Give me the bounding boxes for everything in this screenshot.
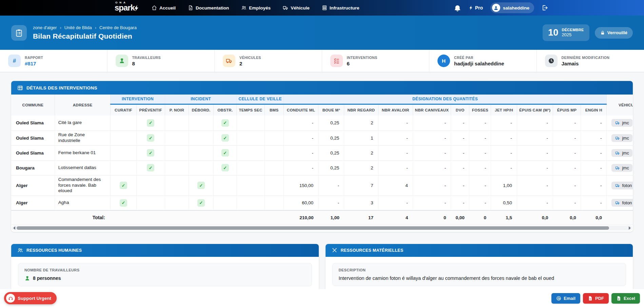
cell-commune: Alger xyxy=(11,196,55,210)
stat-iconbox xyxy=(545,55,558,67)
cell-qty: - xyxy=(378,160,413,175)
support-icon-circle xyxy=(6,294,15,303)
clock-icon xyxy=(548,58,554,64)
breadcrumb-zone[interactable]: zone d'alger xyxy=(33,25,57,30)
chevron-right-icon: › xyxy=(95,25,96,30)
cell-check xyxy=(265,130,284,145)
pro-badge[interactable]: Pro xyxy=(469,5,483,11)
cell-qty: - xyxy=(553,175,581,196)
stat-label: DERNIÈRE MODIFICATION xyxy=(562,56,610,60)
cell-qty: - xyxy=(581,160,607,175)
nav-item-accueil[interactable]: Accueil xyxy=(152,5,176,11)
summary-stats-row: # RAPPORT #817 TRAVAILLEURS 8 VÉHICULES … xyxy=(0,50,644,72)
excel-button[interactable]: Excel xyxy=(611,293,640,304)
col-header-curatif: CURATIF xyxy=(111,104,136,116)
report-date-badge[interactable]: 10 DÉCEMBRE 2025 xyxy=(543,24,589,41)
cell-qty: 7 xyxy=(344,175,378,196)
interventions-table: COMMUNEADRESSEINTERVENTIONINCIDENTCELLUL… xyxy=(11,95,633,225)
cell-check xyxy=(237,145,265,160)
interventions-card-header: DÉTAILS DES INTERVENTIONS xyxy=(11,81,633,95)
cell-qty: - xyxy=(469,160,491,175)
vehicle-badge[interactable]: jmc xyxy=(611,164,632,172)
cell-check xyxy=(165,145,189,160)
check-icon: ✓ xyxy=(147,149,154,157)
material-resources-title: RESSOURCES MATÉRIELLES xyxy=(341,248,404,253)
cell-check xyxy=(265,160,284,175)
server-icon xyxy=(322,5,327,11)
stat-value: #817 xyxy=(25,61,43,66)
check-icon: ✓ xyxy=(197,199,205,207)
scroll-right-arrow-icon[interactable] xyxy=(629,226,631,230)
report-iconbox xyxy=(11,25,27,41)
nav-item-label: Véhicule xyxy=(291,5,310,11)
support-urgent-button[interactable]: Support Urgent xyxy=(4,292,57,304)
brand-logo[interactable]: ona spark xyxy=(115,3,140,13)
cell-qty: 0,25 xyxy=(318,160,344,175)
cell-qty: - xyxy=(284,160,318,175)
total-empty xyxy=(237,210,265,225)
cell-qty: - xyxy=(581,130,607,145)
vehicle-badge[interactable]: jmc xyxy=(611,149,632,157)
cell-qty: - xyxy=(413,160,451,175)
vehicle-badge[interactable]: jmc xyxy=(611,119,632,127)
nav-item-documentation[interactable]: Documentation xyxy=(188,5,229,11)
locked-button[interactable]: Verrouillé xyxy=(595,27,633,39)
pdf-button[interactable]: PDF xyxy=(583,293,609,304)
email-button[interactable]: Email xyxy=(551,293,580,304)
creator-avatar: H xyxy=(437,55,450,67)
stat-interventions: INTERVENTIONS 6 xyxy=(322,50,430,72)
scroll-left-arrow-icon[interactable] xyxy=(13,226,15,230)
nav-item-vehicule[interactable]: Véhicule xyxy=(283,5,310,11)
user-menu[interactable]: salaheddine xyxy=(490,2,534,13)
material-resources-header: RESSOURCES MATÉRIELLES xyxy=(326,244,633,257)
breadcrumb-unite[interactable]: Unité de Blida xyxy=(64,25,92,30)
cell-adresse: Agha xyxy=(55,196,110,210)
total-value: 1,00 xyxy=(318,210,344,225)
breadcrumb: zone d'alger › Unité de Blida › Centre d… xyxy=(33,25,137,30)
brand-label: spark xyxy=(115,3,135,13)
cell-qty: 2 xyxy=(344,145,378,160)
cell-qty: - xyxy=(451,145,469,160)
horizontal-scrollbar[interactable] xyxy=(12,226,632,230)
cell-qty: - xyxy=(451,130,469,145)
nav-item-infrastructure[interactable]: Infrastructure xyxy=(322,5,359,11)
cell-qty: - xyxy=(469,145,491,160)
stat-travailleurs: TRAVAILLEURS 8 xyxy=(108,50,215,72)
cell-qty: 0,50 xyxy=(491,196,517,210)
at-icon xyxy=(556,296,561,301)
breadcrumb-centre[interactable]: Centre de Bougara xyxy=(99,25,137,30)
scrollbar-thumb[interactable] xyxy=(17,226,609,230)
cell-adresse: Lotissement dallas xyxy=(55,160,110,175)
vehicle-badge[interactable]: foton xyxy=(611,199,633,207)
logout-icon[interactable] xyxy=(542,4,548,11)
scrollbar-track[interactable] xyxy=(17,226,627,230)
nav-item-label: Accueil xyxy=(159,5,176,11)
check-icon: ✓ xyxy=(221,149,229,157)
chevron-right-icon: › xyxy=(60,25,61,30)
total-label: Total: xyxy=(11,210,111,225)
cell-check: ✓ xyxy=(214,145,237,160)
document-icon xyxy=(188,5,193,11)
home-icon xyxy=(152,5,157,11)
cell-qty: - xyxy=(581,145,607,160)
truck-icon xyxy=(615,183,620,188)
stat-label: VÉHICULES xyxy=(239,56,261,60)
nav-item-employes[interactable]: Employés xyxy=(241,5,271,11)
cell-qty: - xyxy=(517,116,553,130)
cell-vehicule: jmc xyxy=(607,145,633,160)
vehicle-badge[interactable]: foton xyxy=(611,182,633,189)
total-value: 4 xyxy=(378,210,413,225)
notifications-bell-icon[interactable] xyxy=(454,4,461,12)
vehicle-badge[interactable]: jmc xyxy=(611,134,632,142)
cell-check xyxy=(165,196,189,210)
check-icon: ✓ xyxy=(120,199,127,207)
cell-vehicule: jmc xyxy=(607,116,633,130)
email-label: Email xyxy=(564,296,575,301)
truck-icon xyxy=(226,58,232,64)
stat-vehicules: VÉHICULES 2 xyxy=(215,50,322,72)
cell-check: ✓ xyxy=(111,175,136,196)
cell-qty: - xyxy=(491,116,517,130)
cell-qty: - xyxy=(378,196,413,210)
cell-qty: - xyxy=(491,145,517,160)
cell-qty: - xyxy=(284,116,318,130)
